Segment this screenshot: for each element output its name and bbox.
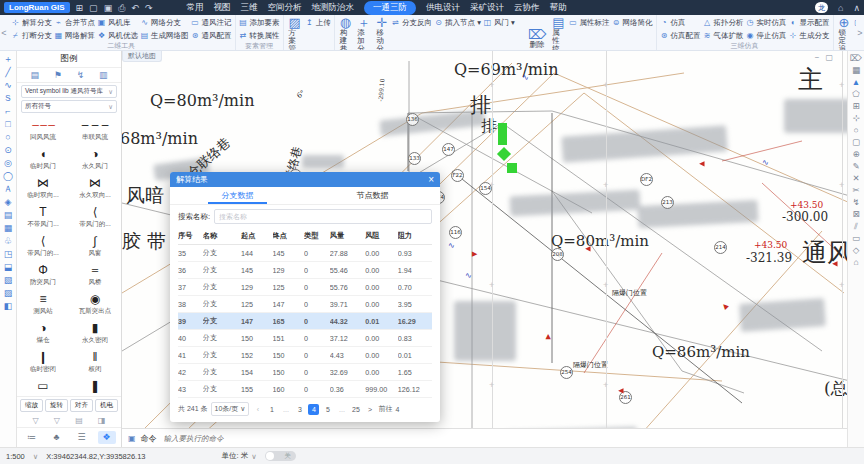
menu-tab-常用[interactable]: 常用 <box>186 2 203 14</box>
draw-tool-icon-11[interactable]: Ａ <box>4 185 13 194</box>
ribbon-item-添加分支[interactable]: ＋添加分支 <box>355 16 372 50</box>
symbol-item-带风门的...[interactable]: ⟨带风门的... <box>69 203 121 232</box>
ribbon-item-显示配置[interactable]: ◐显示配置 <box>789 17 830 28</box>
legend-tab-icon-4[interactable]: ❖ <box>98 431 116 444</box>
map-tool-icon-15[interactable]: ⫽ <box>854 222 858 231</box>
ribbon-item-插入节点[interactable]: ⊙插入节点 ▾ <box>434 17 481 28</box>
table-row[interactable]: 42分支154150032.690.001.65 <box>178 364 432 381</box>
ribbon-item-网络简化[interactable]: ⊜网络简化 <box>612 17 653 28</box>
draw-tool-icon-12[interactable]: ◈ <box>5 198 12 207</box>
ribbon-item-实时仿真[interactable]: ◷实时仿真 <box>746 17 787 28</box>
draw-tool-icon-2[interactable]: ╱ <box>5 68 10 77</box>
dialog-title-bar[interactable]: 解算结果 × <box>170 172 440 187</box>
page-button-25[interactable]: 25 <box>350 404 361 415</box>
symbol-item-临时双向...[interactable]: ⋈临时双向... <box>17 174 69 203</box>
ribbon-item-定位分支[interactable]: ◎定位分支 <box>391 49 432 50</box>
draw-tool-icon-20[interactable]: ◧ <box>4 302 13 311</box>
ribbon-item-属性标注[interactable]: ▭属性标注 <box>569 17 610 28</box>
map-tool-icon-14[interactable]: ⊠ <box>852 210 859 219</box>
prev-page-button[interactable]: ‹ <box>252 404 263 415</box>
symbol-item-风窗[interactable]: ∫风窗 <box>69 232 121 261</box>
ribbon-item-方案管理[interactable]: ▨方案管理 <box>287 16 303 50</box>
ribbon-item-转换属性[interactable]: ⇄转换属性 <box>239 30 280 41</box>
draw-tool-icon-18[interactable]: ▧ <box>4 276 13 285</box>
symbol-item-板闭[interactable]: ‖板闭 <box>69 348 121 377</box>
symbol-item-临时密闭[interactable]: ❙临时密闭 <box>17 348 69 377</box>
page-button-1[interactable]: 1 <box>266 404 277 415</box>
search-input[interactable] <box>214 209 432 224</box>
page-button-3[interactable]: 3 <box>294 404 305 415</box>
table-row[interactable]: 41分支15215004.430.000.01 <box>178 347 432 364</box>
menu-tab-视图[interactable]: 视图 <box>213 2 230 14</box>
draw-tool-icon-3[interactable]: ∿ <box>4 81 12 90</box>
menu-tab-空间分析[interactable]: 空间分析 <box>267 2 301 14</box>
legend-tab-icon-1[interactable]: ≔ <box>23 431 41 444</box>
ribbon-collapse-left-icon[interactable]: < <box>0 15 8 50</box>
legend-header-icon-1[interactable]: ▤ <box>30 70 39 80</box>
symbol-item-风桥[interactable]: ＝风桥 <box>69 261 121 290</box>
ribbon-item-气体扩散[interactable]: ≋气体扩散 <box>703 30 744 41</box>
symbol-filter-select[interactable]: 所有符号∨ <box>21 100 117 113</box>
map-tool-icon-13[interactable]: ↯ <box>852 198 859 207</box>
draw-tool-icon-7[interactable]: ○ <box>5 133 10 142</box>
ribbon-item-构建巷道[interactable]: ◍构建巷道 <box>338 16 353 50</box>
map-tool-icon-4[interactable]: ⬠ <box>852 90 859 99</box>
symbol-item-回风风流[interactable]: – – –回风风流 <box>17 116 69 145</box>
ribbon-item-主要风机[interactable]: ❋主要风机 ▾ <box>434 49 481 50</box>
open-file-icon[interactable]: ▢ <box>89 3 98 13</box>
ribbon-item-网络解算[interactable]: ▦网络解算 <box>54 30 95 41</box>
ribbon-item-合并节点[interactable]: ⌁合并节点 <box>54 17 95 28</box>
menu-tab-采矿设计[interactable]: 采矿设计 <box>470 2 504 14</box>
ribbon-item-风机优选[interactable]: ❖风机优选 <box>97 30 138 41</box>
ribbon-item-取消简化[interactable]: ⊝取消简化 <box>612 49 653 50</box>
symbol-item-19[interactable]: ❚ <box>69 377 121 396</box>
scale-select[interactable]: 1:500∨ <box>6 452 38 461</box>
legend-filter-icon-4[interactable]: ◨ <box>98 416 106 425</box>
table-row[interactable]: 37分支129125055.760.000.70 <box>178 279 432 296</box>
ribbon-item-删除[interactable]: ⌦删除 <box>526 16 548 50</box>
menu-tab-三维[interactable]: 三维 <box>240 2 257 14</box>
ribbon-item-下载[interactable]: ↧下载 <box>305 49 331 50</box>
symbol-item-测风站[interactable]: ≡测风站 <box>17 290 69 319</box>
symbol-item-永久双向...[interactable]: ⋈永久双向... <box>69 174 121 203</box>
theme-icon[interactable]: ⌂ <box>838 3 843 13</box>
map-tool-icon-18[interactable]: ⌂ <box>853 258 858 267</box>
map-tool-icon-7[interactable]: ○ <box>853 126 858 135</box>
user-avatar[interactable]: 龙 <box>815 2 828 13</box>
ribbon-item-生成分支[interactable]: ⊹生成分支 <box>789 30 830 41</box>
draw-tool-icon-4[interactable]: Ｓ <box>4 94 13 103</box>
symbol-item-永久密闭[interactable]: ▮永久密闭 <box>69 319 121 348</box>
symbol-item-串联风流[interactable]: – – –串联风流 <box>69 116 121 145</box>
symbol-item-18[interactable]: ▭ <box>17 377 69 396</box>
table-row[interactable]: 35分支144145027.880.000.93 <box>178 245 432 262</box>
draw-tool-icon-9[interactable]: ◎ <box>4 159 12 168</box>
redo-icon[interactable]: ↷ <box>145 3 153 13</box>
command-input[interactable] <box>162 433 841 444</box>
legend-header-icon-3[interactable]: ↯ <box>77 70 85 80</box>
table-row[interactable]: 38分支125147039.710.003.95 <box>178 296 432 313</box>
symbol-item-瓦斯突出点[interactable]: ◉瓦斯突出点 <box>69 290 121 319</box>
ribbon-item-仿真配置[interactable]: ⊛仿真配置 <box>660 30 701 41</box>
ribbon-item-移动分支[interactable]: ✛移动分支 <box>374 16 389 50</box>
table-row[interactable]: 36分支145129055.460.001.94 <box>178 262 432 279</box>
map-tool-icon-12[interactable]: ✂ <box>852 186 859 195</box>
table-row[interactable]: 40分支150151037.120.000.83 <box>178 330 432 347</box>
legend-filter-icon-1[interactable]: ▽ <box>33 416 39 425</box>
toggle-switch-off[interactable]: 关 <box>265 451 296 461</box>
ribbon-item-通风配置[interactable]: ⊛通风配置 <box>191 30 232 41</box>
draw-tool-icon-16[interactable]: ◳ <box>4 250 13 259</box>
ribbon-item-上传[interactable]: ↥上传 <box>305 17 331 28</box>
ribbon-item-解算分支[interactable]: ⊹解算分支 <box>11 17 52 28</box>
map-tool-icon-6[interactable]: ⊹ <box>852 114 859 123</box>
collapse-ribbon-icon[interactable]: ∧ <box>853 3 860 13</box>
map-window-icon-2[interactable]: ▢ <box>825 53 833 62</box>
map-window-icon-1[interactable]: − <box>815 53 820 62</box>
ribbon-item-网络分支[interactable]: ∿网络分支 <box>140 17 189 28</box>
new-file-icon[interactable]: ⊞ <box>76 3 84 13</box>
close-icon[interactable]: × <box>428 175 434 185</box>
draw-tool-icon-17[interactable]: ⬓ <box>4 263 13 272</box>
legend-filter-icon-2[interactable]: ▽ <box>54 416 60 425</box>
draw-tool-icon-14[interactable]: ▦ <box>4 224 13 233</box>
legend-tab-icon-3[interactable]: ☰ <box>73 431 91 444</box>
ribbon-item-锁定追踪[interactable]: ⊕锁定追踪 <box>837 16 852 50</box>
